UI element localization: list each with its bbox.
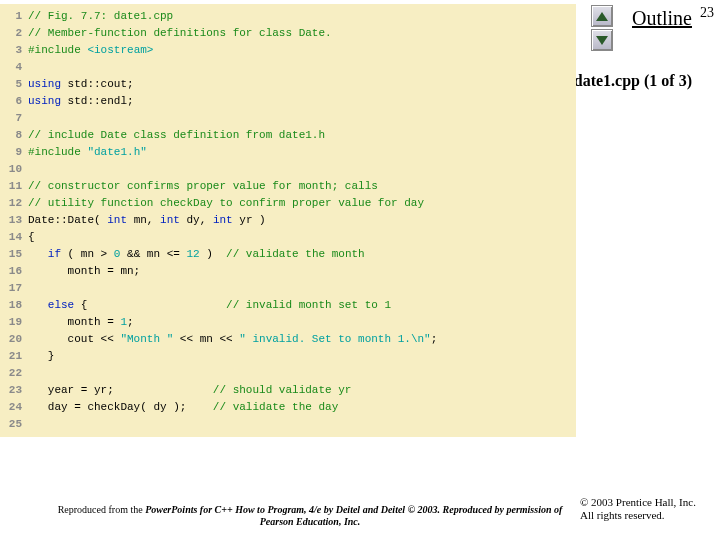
code-text: day = checkDay( dy ); // validate the da… bbox=[28, 399, 338, 416]
repro-pre: Reproduced from the bbox=[58, 504, 145, 515]
line-number: 7 bbox=[0, 110, 28, 127]
code-text: // utility function checkDay to confirm … bbox=[28, 195, 424, 212]
code-text: #include "date1.h" bbox=[28, 144, 147, 161]
code-line: 12// utility function checkDay to confir… bbox=[0, 195, 576, 212]
line-number: 18 bbox=[0, 297, 28, 314]
line-number: 24 bbox=[0, 399, 28, 416]
code-text: else { // invalid month set to 1 bbox=[28, 297, 391, 314]
code-line: 23 year = yr; // should validate yr bbox=[0, 382, 576, 399]
code-text: } bbox=[28, 348, 54, 365]
code-line: 17 bbox=[0, 280, 576, 297]
code-text: cout << "Month " << mn << " invalid. Set… bbox=[28, 331, 437, 348]
code-text bbox=[28, 280, 35, 297]
line-number: 13 bbox=[0, 212, 28, 229]
line-number: 12 bbox=[0, 195, 28, 212]
repro-bold: PowerPoints for C++ How to Program, 4/e … bbox=[145, 504, 562, 527]
code-line: 11// constructor confirms proper value f… bbox=[0, 178, 576, 195]
code-line: 1// Fig. 7.7: date1.cpp bbox=[0, 8, 576, 25]
code-line: 10 bbox=[0, 161, 576, 178]
code-line: 25 bbox=[0, 416, 576, 433]
copyright-notice: © 2003 Prentice Hall, Inc. All rights re… bbox=[580, 496, 710, 522]
code-line: 2// Member-function definitions for clas… bbox=[0, 25, 576, 42]
code-text: using std::endl; bbox=[28, 93, 134, 110]
code-text bbox=[28, 416, 35, 433]
copyright-line1: © 2003 Prentice Hall, Inc. bbox=[580, 496, 696, 508]
line-number: 10 bbox=[0, 161, 28, 178]
code-line: 4 bbox=[0, 59, 576, 76]
triangle-up-icon bbox=[596, 12, 608, 21]
copyright-line2: All rights reserved. bbox=[580, 509, 665, 521]
line-number: 19 bbox=[0, 314, 28, 331]
code-text: { bbox=[28, 229, 35, 246]
code-text: // include Date class definition from da… bbox=[28, 127, 325, 144]
code-line: 5using std::cout; bbox=[0, 76, 576, 93]
code-line: 7 bbox=[0, 110, 576, 127]
code-text: month = mn; bbox=[28, 263, 140, 280]
line-number: 5 bbox=[0, 76, 28, 93]
line-number: 11 bbox=[0, 178, 28, 195]
reproduction-notice: Reproduced from the PowerPoints for C++ … bbox=[40, 504, 580, 528]
outline-heading: Outline bbox=[632, 7, 692, 30]
line-number: 15 bbox=[0, 246, 28, 263]
line-number: 9 bbox=[0, 144, 28, 161]
code-line: 19 month = 1; bbox=[0, 314, 576, 331]
code-line: 6using std::endl; bbox=[0, 93, 576, 110]
code-text: if ( mn > 0 && mn <= 12 ) // validate th… bbox=[28, 246, 365, 263]
code-text: // Member-function definitions for class… bbox=[28, 25, 332, 42]
code-text: Date::Date( int mn, int dy, int yr ) bbox=[28, 212, 266, 229]
code-text bbox=[28, 161, 35, 178]
code-text: using std::cout; bbox=[28, 76, 134, 93]
code-line: 20 cout << "Month " << mn << " invalid. … bbox=[0, 331, 576, 348]
code-line: 15 if ( mn > 0 && mn <= 12 ) // validate… bbox=[0, 246, 576, 263]
code-text: #include <iostream> bbox=[28, 42, 153, 59]
line-number: 23 bbox=[0, 382, 28, 399]
code-block: 1// Fig. 7.7: date1.cpp2// Member-functi… bbox=[0, 4, 576, 437]
line-number: 14 bbox=[0, 229, 28, 246]
code-text: month = 1; bbox=[28, 314, 134, 331]
code-text: year = yr; // should validate yr bbox=[28, 382, 351, 399]
line-number: 8 bbox=[0, 127, 28, 144]
nav-down-button[interactable] bbox=[591, 29, 613, 51]
line-number: 22 bbox=[0, 365, 28, 382]
code-text: // constructor confirms proper value for… bbox=[28, 178, 378, 195]
line-number: 2 bbox=[0, 25, 28, 42]
code-text: // Fig. 7.7: date1.cpp bbox=[28, 8, 173, 25]
line-number: 16 bbox=[0, 263, 28, 280]
line-number: 1 bbox=[0, 8, 28, 25]
triangle-down-icon bbox=[596, 36, 608, 45]
line-number: 25 bbox=[0, 416, 28, 433]
code-line: 3#include <iostream> bbox=[0, 42, 576, 59]
line-number: 17 bbox=[0, 280, 28, 297]
code-line: 9#include "date1.h" bbox=[0, 144, 576, 161]
file-subtitle: date1.cpp (1 of 3) bbox=[574, 72, 692, 90]
line-number: 3 bbox=[0, 42, 28, 59]
code-line: 8// include Date class definition from d… bbox=[0, 127, 576, 144]
code-line: 24 day = checkDay( dy ); // validate the… bbox=[0, 399, 576, 416]
code-text bbox=[28, 110, 35, 127]
line-number: 21 bbox=[0, 348, 28, 365]
code-line: 21 } bbox=[0, 348, 576, 365]
code-text bbox=[28, 59, 35, 76]
code-line: 18 else { // invalid month set to 1 bbox=[0, 297, 576, 314]
page-number: 23 bbox=[700, 5, 714, 21]
code-line: 13Date::Date( int mn, int dy, int yr ) bbox=[0, 212, 576, 229]
code-line: 16 month = mn; bbox=[0, 263, 576, 280]
line-number: 6 bbox=[0, 93, 28, 110]
code-line: 14{ bbox=[0, 229, 576, 246]
line-number: 4 bbox=[0, 59, 28, 76]
code-line: 22 bbox=[0, 365, 576, 382]
nav-buttons bbox=[591, 5, 613, 51]
code-text bbox=[28, 365, 35, 382]
line-number: 20 bbox=[0, 331, 28, 348]
nav-up-button[interactable] bbox=[591, 5, 613, 27]
